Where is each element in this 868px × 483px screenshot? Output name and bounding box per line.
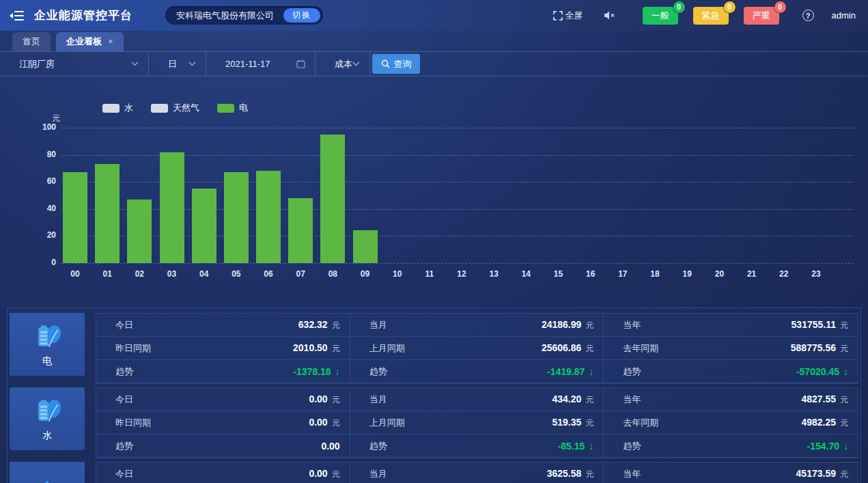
battery-leaf-icon bbox=[32, 396, 62, 426]
stat-cell-value: 0.00 bbox=[321, 441, 339, 452]
stat-cell-label: 当年 bbox=[623, 468, 641, 480]
help-icon[interactable]: ? bbox=[802, 10, 814, 21]
trend-down-icon: ↓ bbox=[843, 441, 848, 452]
stat-cell-label: 去年同期 bbox=[623, 342, 658, 355]
site-select[interactable]: 江阴厂房 bbox=[0, 52, 149, 76]
tab-enterprise-dashboard[interactable]: 企业看板× bbox=[56, 32, 124, 51]
energy-stats-panel: 电今日632.32元当月24186.99元当年531755.11元昨日同期201… bbox=[7, 307, 861, 483]
stat-cell-unit: 元 bbox=[332, 417, 340, 429]
gridline bbox=[61, 263, 854, 264]
x-axis-tick-label: 10 bbox=[384, 269, 411, 279]
trend-down-icon: ↓ bbox=[335, 366, 340, 377]
user-menu[interactable]: admin bbox=[832, 10, 856, 20]
x-axis-tick-label: 07 bbox=[287, 269, 314, 279]
fullscreen-button[interactable]: 全屏 bbox=[553, 10, 583, 22]
fullscreen-label: 全屏 bbox=[565, 10, 583, 22]
energy-type-tile: 电 bbox=[10, 313, 85, 376]
y-axis-tick-label: 20 bbox=[26, 230, 56, 240]
stat-cell: 趋势-1378.18↓ bbox=[96, 360, 350, 383]
collapse-menu-icon[interactable] bbox=[10, 10, 25, 22]
period-select[interactable]: 日 bbox=[149, 52, 206, 76]
stat-cell-unit: 元 bbox=[840, 394, 848, 406]
stat-cell: 当年531755.11元 bbox=[604, 314, 858, 337]
x-axis-tick-label: 09 bbox=[352, 269, 379, 279]
x-axis-tick-label: 03 bbox=[158, 269, 186, 279]
stat-cell-label: 趋势 bbox=[369, 365, 387, 378]
stat-cell: 上月同期519.35元 bbox=[350, 411, 604, 434]
alarm-urgent-button[interactable]: 紧急 0 bbox=[693, 7, 729, 25]
y-axis-tick-label: 0 bbox=[26, 258, 56, 267]
legend-item-water[interactable]: 水 bbox=[102, 102, 133, 114]
stat-cell: 昨日同期0.00元 bbox=[96, 411, 350, 434]
stat-cell-label: 趋势 bbox=[623, 440, 641, 452]
mute-speaker-icon[interactable] bbox=[604, 10, 615, 20]
stat-cell-value: 25606.86 bbox=[542, 342, 581, 353]
query-button[interactable]: 查询 bbox=[372, 54, 420, 74]
bar-电-07 bbox=[288, 198, 313, 263]
energy-cost-chart: 水 天然气 电 元 020406080100000102030405060708… bbox=[0, 89, 868, 294]
legend-item-electricity[interactable]: 电 bbox=[217, 102, 248, 114]
x-axis-tick-label: 05 bbox=[223, 269, 250, 279]
stat-cell-value: 0.00 bbox=[309, 468, 327, 479]
stat-cell-value: -154.70 bbox=[807, 441, 839, 452]
company-name: 安科瑞电气股份有限公司 bbox=[176, 10, 274, 22]
x-axis-tick-label: 19 bbox=[673, 269, 701, 279]
x-axis-tick-label: 17 bbox=[609, 269, 636, 279]
y-axis-tick-label: 60 bbox=[26, 176, 56, 186]
stat-cell-value: 0.00 bbox=[309, 394, 327, 404]
energy-type-label: 水 bbox=[42, 430, 52, 442]
switch-company-button[interactable]: 切换 bbox=[283, 8, 320, 23]
stat-row-电: 电今日632.32元当月24186.99元当年531755.11元昨日同期201… bbox=[10, 313, 858, 384]
stat-cell-value: 24186.99 bbox=[542, 319, 581, 330]
x-axis-tick-label: 16 bbox=[577, 269, 604, 279]
stat-cell-value: 0.00 bbox=[309, 417, 327, 428]
company-selector[interactable]: 安科瑞电气股份有限公司 切换 bbox=[165, 6, 323, 25]
stat-cell-value: 632.32 bbox=[298, 319, 328, 330]
alarm-general-button[interactable]: 一般 0 bbox=[643, 7, 678, 25]
header-actions: 全屏 一般 0 紧急 0 严重 0 bbox=[553, 7, 856, 25]
stat-cell: 当月24186.99元 bbox=[350, 314, 604, 337]
x-axis-tick-label: 00 bbox=[61, 269, 89, 279]
stat-cell: 昨日同期2010.50元 bbox=[96, 337, 350, 360]
page-title: 企业能源管控平台 bbox=[34, 8, 132, 23]
stat-cell-value: 4827.55 bbox=[801, 394, 836, 404]
stat-cell-label: 趋势 bbox=[623, 365, 641, 378]
stat-cell: 趋势-85.15↓ bbox=[350, 434, 604, 458]
app-header: 企业能源管控平台 安科瑞电气股份有限公司 切换 全屏 一般 bbox=[0, 0, 868, 31]
bar-电-08 bbox=[320, 135, 345, 263]
y-axis-tick-label: 40 bbox=[26, 204, 56, 213]
stat-cell: 当年4827.55元 bbox=[604, 388, 858, 411]
calendar-icon bbox=[296, 59, 305, 68]
x-axis-tick-label: 02 bbox=[126, 269, 153, 279]
y-axis-tick-label: 100 bbox=[26, 122, 56, 132]
trend-down-icon: ↓ bbox=[589, 441, 593, 452]
bar-电-05 bbox=[224, 172, 249, 263]
energy-type-label: 电 bbox=[42, 355, 52, 368]
stat-cell: 当年45173.59元 bbox=[604, 463, 858, 483]
stat-cell-unit: 元 bbox=[585, 417, 593, 429]
stat-cell-unit: 元 bbox=[332, 320, 340, 331]
stat-cell-label: 上月同期 bbox=[369, 417, 405, 429]
close-tab-icon[interactable]: × bbox=[108, 36, 113, 46]
stat-table: 今日632.32元当月24186.99元当年531755.11元昨日同期2010… bbox=[96, 313, 858, 384]
legend-item-gas[interactable]: 天然气 bbox=[151, 102, 199, 114]
chevron-down-icon bbox=[352, 61, 360, 66]
stat-cell-label: 当月 bbox=[369, 319, 387, 331]
stat-cell-value: 531755.11 bbox=[792, 319, 836, 330]
stat-cell-label: 趋势 bbox=[115, 365, 133, 378]
x-axis-tick-label: 06 bbox=[255, 269, 282, 279]
x-axis-tick-label: 04 bbox=[191, 269, 218, 279]
tab-home[interactable]: 首页 bbox=[12, 32, 51, 51]
alarm-severe-button[interactable]: 严重 0 bbox=[744, 7, 779, 25]
stat-cell-unit: 元 bbox=[840, 343, 848, 355]
stat-cell: 去年同期588775.56元 bbox=[604, 337, 858, 360]
stat-cell: 趋势-1419.87↓ bbox=[350, 360, 604, 383]
stat-cell: 今日0.00元 bbox=[96, 388, 350, 411]
stat-cell-value: 434.20 bbox=[552, 394, 582, 404]
metric-select[interactable]: 成本 bbox=[316, 52, 370, 76]
stat-cell: 今日632.32元 bbox=[96, 314, 350, 337]
stat-cell-label: 上月同期 bbox=[369, 342, 405, 355]
bar-电-03 bbox=[160, 152, 184, 263]
tab-bar: 首页 企业看板× bbox=[0, 31, 868, 52]
date-picker[interactable]: 2021-11-17 bbox=[206, 52, 316, 76]
